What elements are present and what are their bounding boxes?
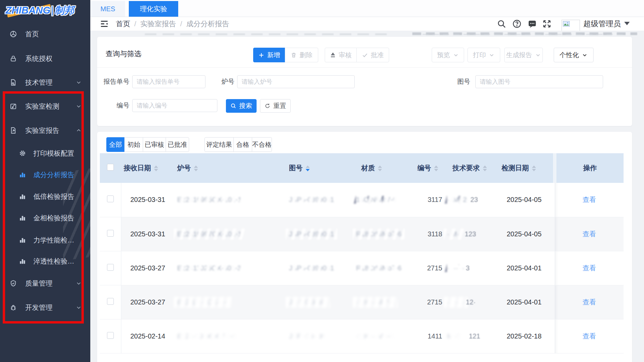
view-link[interactable]: 查看 [582, 230, 596, 238]
row-checkbox[interactable] [107, 264, 114, 271]
cell-material: R18CrNiMo7-6 [356, 251, 417, 285]
sidebar-item-mechanical-report[interactable]: 力学性能检… [0, 233, 90, 248]
sidebar-item-label: 开发管理 [25, 303, 52, 312]
select-all-cell [100, 153, 121, 183]
row-checkbox[interactable] [107, 332, 114, 339]
cell-furnace-no: E22410997QX-101-1 [177, 217, 289, 251]
cell-test-date: 2025-04-01 [492, 251, 555, 285]
tab-approved[interactable]: 已批准 [166, 137, 189, 152]
add-button[interactable]: 新增 [253, 48, 285, 62]
sort-icon[interactable] [154, 166, 158, 171]
sidebar-item-print-template[interactable]: 打印模板配置 [0, 146, 90, 161]
col-material[interactable]: 材质 [356, 153, 417, 183]
tab-qualified[interactable]: 合格 [233, 137, 252, 152]
chevron-down-icon [76, 104, 81, 109]
tab-all[interactable]: 全部 [106, 137, 125, 152]
fullscreen-icon[interactable] [542, 19, 552, 29]
sidebar-item-lab-testing[interactable]: 实验室检测 [0, 99, 90, 114]
watermark-strip [412, 32, 637, 35]
drawing-no-input[interactable] [475, 75, 603, 88]
view-link[interactable]: 查看 [582, 264, 596, 272]
sort-icon[interactable] [378, 166, 382, 171]
help-icon[interactable] [512, 19, 522, 29]
breadcrumb-home[interactable]: 首页 [116, 19, 130, 29]
preview-button[interactable]: 预览 [432, 48, 464, 62]
col-furnace-no[interactable]: 炉号 [177, 153, 289, 183]
sidebar-item-label: 淬透性检验… [33, 257, 74, 266]
sort-icon[interactable] [194, 166, 198, 171]
cell-material: R18CrNiMo7-6 [356, 217, 417, 251]
view-link[interactable]: 查看 [582, 196, 596, 203]
view-link[interactable]: 查看 [582, 332, 596, 340]
tab-unqualified[interactable]: 不合格 [252, 137, 272, 152]
tab-initial[interactable]: 初始 [124, 137, 143, 152]
table-header-row: 接收日期 炉号 图号 材质 编号 技术要求 检测日期 操作 [100, 153, 624, 183]
audit-button[interactable]: 审核 [325, 48, 357, 62]
serial-no-input[interactable] [132, 99, 217, 112]
tab-mes[interactable]: MES [91, 1, 125, 17]
cell-test-date: 2025-04-01 [492, 285, 555, 319]
sidebar-item-lab-report[interactable]: 实验室报告 [0, 123, 90, 138]
tab-audited[interactable]: 已审核 [143, 137, 166, 152]
stamp-icon [330, 52, 336, 58]
sidebar-item-hardenability-report[interactable]: 淬透性检验… [0, 254, 90, 269]
sidebar-item-quality-mgmt[interactable]: 质量管理 [0, 276, 90, 291]
row-checkbox[interactable] [107, 298, 114, 305]
furnace-no-input[interactable] [237, 75, 355, 88]
serial-no-label: 编号 [101, 99, 129, 112]
print-button[interactable]: 打印 [467, 48, 500, 62]
user-dropdown-caret[interactable] [624, 22, 630, 25]
reset-button[interactable]: 重置 [260, 99, 291, 113]
search-icon[interactable] [497, 19, 506, 29]
sort-icon[interactable] [532, 166, 536, 171]
cell-furnace-no: E224·00·0QX-7·4-2 [177, 319, 289, 353]
row-checkbox[interactable] [107, 195, 114, 202]
chart-icon [19, 215, 26, 221]
divider [97, 67, 632, 68]
sidebar-item-metallographic-report[interactable]: 金相检验报告 [0, 210, 90, 225]
generate-report-button[interactable]: 生成报告 [504, 48, 543, 62]
tab-lab-experiment[interactable]: 理化实验 [129, 1, 178, 17]
cell-material: ·18C··iM·7-6 [356, 285, 417, 319]
view-link[interactable]: 查看 [582, 298, 596, 306]
search-button[interactable]: 搜索 [226, 99, 257, 113]
row-checkbox[interactable] [107, 230, 114, 237]
sidebar-item-macro-report[interactable]: 低倍检验报告 [0, 189, 90, 204]
col-tech-req[interactable]: 技术要求 [443, 153, 492, 183]
user-name[interactable]: 超级管理员 [583, 19, 621, 29]
col-serial-no[interactable]: 编号 [417, 153, 443, 183]
col-drawing-no[interactable]: 图号 [289, 153, 356, 183]
cell-serial-no: 1411 [417, 319, 443, 353]
sidebar-item-home[interactable]: 首页 [0, 27, 90, 42]
delete-button[interactable]: 删除 [285, 48, 318, 62]
cell-drawing-no: JSP·-10··30· [289, 319, 356, 353]
breadcrumb-lab-report[interactable]: 实验室报告 [140, 19, 176, 29]
sidebar-item-tech-mgmt[interactable]: 技术管理 [0, 75, 90, 90]
select-all-checkbox[interactable] [107, 164, 114, 171]
col-test-date[interactable]: 检测日期 [492, 153, 555, 183]
personalize-button[interactable]: 个性化 [554, 48, 594, 62]
sidebar-item-dev-mgmt[interactable]: 开发管理 [0, 300, 90, 315]
tab-eval-result[interactable]: 评定结果 [204, 137, 234, 152]
sidebar-item-label: 技术管理 [25, 78, 52, 87]
message-icon[interactable] [527, 19, 537, 29]
table-row: 2025-03-27 E22411025QX-301-3 JSP5-089900… [100, 251, 624, 285]
report-no-input[interactable] [132, 75, 205, 88]
sort-icon[interactable] [434, 166, 438, 171]
menu-collapse-icon[interactable] [100, 19, 109, 28]
sidebar-item-label: 质量管理 [25, 279, 52, 288]
logo-text: ZHIBANG|制邦 [5, 4, 74, 17]
approve-button[interactable]: 批准 [356, 48, 389, 62]
col-receive-date[interactable]: 接收日期 [121, 153, 177, 183]
sidebar-item-system-auth[interactable]: 系统授权 [0, 51, 90, 66]
sort-icon[interactable] [483, 166, 487, 171]
report-no-label: 报告单号 [101, 75, 129, 88]
table-row: 2025-02-14 E224·00·0QX-7·4-2 JSP·-10··30… [100, 319, 624, 353]
sort-desc-icon[interactable] [306, 166, 310, 171]
cell-test-date: 2025-04-05 [492, 217, 555, 251]
sidebar-item-label: 力学性能检… [33, 236, 74, 245]
sidebar-item-label: 打印模板配置 [33, 149, 74, 158]
filter-card: 查询与筛选 新增 删除 审核 批准 预览 打印 [97, 37, 632, 126]
sidebar-item-composition-report[interactable]: 成分分析报告 [0, 167, 90, 182]
chevron-down-icon [76, 305, 81, 310]
